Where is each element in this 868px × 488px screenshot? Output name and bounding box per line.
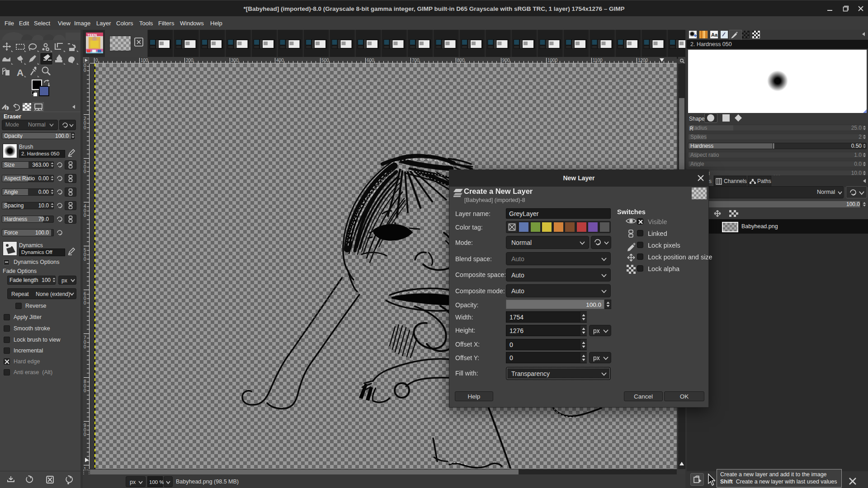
svg-text:0: 0 [84, 432, 86, 437]
svg-text:0: 0 [84, 169, 86, 174]
svg-text:700: 700 [412, 58, 420, 63]
svg-text:0: 0 [95, 58, 98, 63]
svg-text:0: 0 [84, 300, 86, 305]
svg-text:400: 400 [276, 58, 284, 63]
svg-text:300: 300 [231, 58, 239, 63]
svg-text:0: 0 [84, 344, 86, 349]
svg-text:900: 900 [502, 58, 510, 63]
svg-text:800: 800 [457, 58, 465, 63]
svg-text:200: 200 [186, 58, 193, 63]
svg-text:1000: 1000 [547, 58, 558, 63]
svg-text:500: 500 [321, 58, 329, 63]
svg-text:TEEN: TEEN [87, 33, 97, 37]
svg-text:i: i [6, 106, 7, 111]
svg-text:600: 600 [367, 58, 374, 63]
svg-text:0: 0 [84, 213, 86, 218]
svg-text:0: 0 [84, 388, 86, 393]
svg-text:0: 0 [84, 125, 86, 130]
svg-text:0: 0 [84, 257, 86, 262]
svg-text:1100: 1100 [593, 58, 603, 63]
svg-text:Aa: Aa [711, 32, 718, 38]
svg-text:1200: 1200 [638, 58, 648, 63]
svg-text:100: 100 [141, 58, 148, 63]
svg-text:0: 0 [84, 68, 86, 73]
